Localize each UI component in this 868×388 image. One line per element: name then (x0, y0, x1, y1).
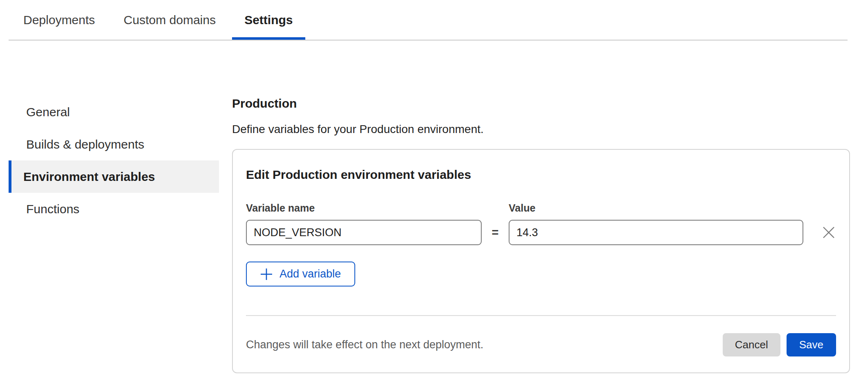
page-container: Deployments Custom domains Settings Gene… (9, 0, 848, 373)
page-title: Production (232, 97, 850, 111)
card-title: Edit Production environment variables (246, 168, 836, 182)
footer-note: Changes will take effect on the next dep… (246, 338, 723, 351)
variable-name-label: Variable name (246, 202, 509, 214)
content-area: General Builds & deployments Environment… (9, 96, 848, 373)
variable-value-input[interactable] (509, 220, 803, 245)
card-divider (246, 315, 836, 316)
sidebar-item-general[interactable]: General (9, 96, 219, 128)
remove-variable-button[interactable] (821, 225, 836, 240)
card-footer: Changes will take effect on the next dep… (246, 333, 836, 356)
tab-settings[interactable]: Settings (232, 0, 305, 40)
add-variable-label: Add variable (280, 268, 341, 280)
page-subtitle: Define variables for your Production env… (232, 123, 850, 136)
main-panel: Production Define variables for your Pro… (232, 96, 850, 373)
plus-icon (260, 268, 273, 280)
save-button[interactable]: Save (787, 333, 836, 356)
sidebar-item-builds-deployments[interactable]: Builds & deployments (9, 128, 219, 160)
top-tab-bar: Deployments Custom domains Settings (9, 0, 848, 41)
tab-custom-domains[interactable]: Custom domains (111, 0, 228, 40)
cancel-button[interactable]: Cancel (723, 333, 780, 356)
add-variable-button[interactable]: Add variable (246, 262, 355, 286)
sidebar-item-functions[interactable]: Functions (9, 193, 219, 225)
environment-variables-card: Edit Production environment variables Va… (232, 149, 850, 373)
equals-sign: = (482, 226, 509, 239)
close-icon (823, 226, 835, 239)
variable-name-input[interactable] (246, 220, 482, 245)
field-labels-row: Variable name Value (246, 202, 836, 214)
value-label: Value (509, 202, 535, 214)
variable-row: = (246, 220, 836, 245)
tab-deployments[interactable]: Deployments (11, 0, 107, 40)
sidebar-item-environment-variables[interactable]: Environment variables (9, 160, 219, 193)
settings-sidebar: General Builds & deployments Environment… (9, 96, 219, 373)
